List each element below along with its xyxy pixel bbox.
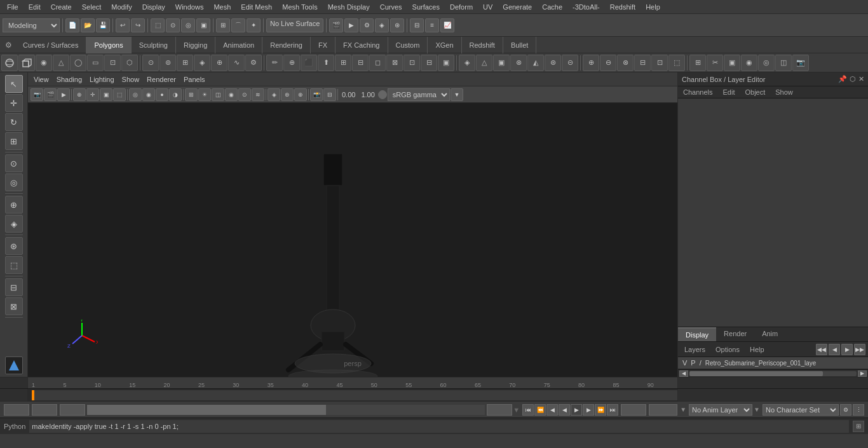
menu-redshift[interactable]: Redshift <box>606 2 640 12</box>
render-settings-icon[interactable]: ⚙ <box>360 18 374 32</box>
python-command-input[interactable] <box>29 420 849 433</box>
tab-settings-icon[interactable]: ⚙ <box>1 38 15 52</box>
scale-tool[interactable]: ⊞ <box>5 132 23 150</box>
layers-tab[interactable]: Layers <box>681 344 709 355</box>
bridge-icon[interactable]: ⊞ <box>335 55 351 71</box>
cleanup-icon[interactable]: ⊗ <box>510 55 527 71</box>
paint-icon[interactable]: ◎ <box>181 18 195 32</box>
render-tab[interactable]: Render <box>716 327 754 341</box>
scroll-right-btn[interactable]: ▶ <box>858 370 867 377</box>
help-tab[interactable]: Help <box>746 344 768 355</box>
vp-camera-icon[interactable]: 📷 <box>31 88 43 101</box>
snap-together-tool[interactable]: ⊟ <box>5 278 23 296</box>
display-tab[interactable]: Display <box>678 327 716 341</box>
new-file-button[interactable]: 📄 <box>65 18 79 32</box>
hypershade-icon[interactable]: ◈ <box>375 18 389 32</box>
menu-edit[interactable]: Edit <box>24 2 45 12</box>
pipe-icon[interactable]: ⊕ <box>211 55 227 71</box>
vp-iso-icon[interactable]: ⊛ <box>281 88 294 101</box>
vp-grid-toggle[interactable]: ⊞ <box>185 88 198 101</box>
anim-end2-input[interactable]: 120 <box>621 404 646 416</box>
live-surface-button[interactable]: No Live Surface <box>266 18 323 32</box>
layer-v-cell[interactable]: V <box>681 359 689 367</box>
select-region-tool[interactable]: ⬚ <box>5 256 23 274</box>
go-to-end-btn[interactable]: ⏭ <box>607 404 618 416</box>
prev-frame-btn[interactable]: ◀ <box>546 404 558 416</box>
reduce-icon[interactable]: ◭ <box>527 55 544 71</box>
combine-icon[interactable]: ⊕ <box>583 55 599 71</box>
range-dropdown-arrow[interactable]: ▼ <box>680 406 686 413</box>
uv-spherical-icon[interactable]: ◎ <box>758 55 775 71</box>
vp-shading1-icon[interactable]: ◎ <box>129 88 142 101</box>
merge-icon[interactable]: ⊟ <box>352 55 369 71</box>
fill2-icon[interactable]: ⬚ <box>668 55 685 71</box>
insert-edge-icon[interactable]: ⊟ <box>421 55 437 71</box>
save-file-button[interactable]: 💾 <box>96 18 110 32</box>
separate-icon[interactable]: ⊖ <box>600 55 616 71</box>
vp-film-icon[interactable]: 🎬 <box>44 88 57 101</box>
vp-ao-icon[interactable]: ◉ <box>225 88 238 101</box>
retopology-icon[interactable]: ⊛ <box>545 55 561 71</box>
object-tab[interactable]: Object <box>740 86 770 98</box>
character-set-dropdown[interactable]: No Character Set <box>763 404 839 416</box>
vp-aa-icon[interactable]: ⊕ <box>294 88 307 101</box>
extrude-icon[interactable]: ⬆ <box>318 55 334 71</box>
vp-transform-icon[interactable]: ✛ <box>86 88 99 101</box>
tab-bullet[interactable]: Bullet <box>503 37 537 53</box>
menu-mesh[interactable]: Mesh <box>209 2 235 12</box>
render-icon[interactable]: 🎬 <box>329 18 343 32</box>
tab-fx-caching[interactable]: FX Caching <box>336 37 388 53</box>
sphere-icon[interactable] <box>1 55 18 71</box>
tab-rigging[interactable]: Rigging <box>176 37 215 53</box>
range-slider-track[interactable] <box>87 405 485 415</box>
options-tab[interactable]: Options <box>712 344 743 355</box>
vp-shading2-icon[interactable]: ◉ <box>142 88 155 101</box>
split-icon[interactable]: ⊡ <box>403 55 420 71</box>
vp-light-icon[interactable]: ☀ <box>198 88 211 101</box>
menu-create[interactable]: Create <box>46 2 76 12</box>
offset-edge-icon[interactable]: ▣ <box>438 55 454 71</box>
anim-end-input[interactable]: 120 <box>487 404 512 416</box>
tab-polygons[interactable]: Polygons <box>86 37 131 53</box>
color-space-dropdown[interactable]: sRGB gamma <box>388 88 450 101</box>
uv-auto-icon[interactable]: ◫ <box>775 55 792 71</box>
menu-edit-mesh[interactable]: Edit Mesh <box>236 2 276 12</box>
menu-help[interactable]: Help <box>641 2 665 12</box>
select-tool[interactable]: ↖ <box>5 75 23 93</box>
next-frame-btn[interactable]: ▶ <box>583 404 594 416</box>
soft-select-tool[interactable]: ⊛ <box>5 237 23 255</box>
cone-icon[interactable]: △ <box>53 55 69 71</box>
menu-select[interactable]: Select <box>78 2 106 12</box>
select-all-icon[interactable]: ▣ <box>196 18 210 32</box>
mirror-icon[interactable]: ⊟ <box>634 55 651 71</box>
character-set-settings[interactable]: ⚙ <box>840 404 851 416</box>
boolean-icon[interactable]: ⊗ <box>617 55 634 71</box>
fill-icon[interactable]: ⬛ <box>301 55 317 71</box>
smooth-icon[interactable]: ◈ <box>459 55 475 71</box>
universal-manip-tool[interactable]: ⊠ <box>5 297 23 315</box>
tab-redshift[interactable]: Redshift <box>462 37 503 53</box>
paint-select-tool[interactable]: ◎ <box>5 173 23 191</box>
panel-pin-button[interactable]: 📌 <box>838 75 847 83</box>
vp-wireframe-icon[interactable]: ⬚ <box>113 88 126 101</box>
viewport-canvas[interactable]: X Y Z persp <box>28 103 677 377</box>
ring-icon[interactable]: ⊚ <box>159 55 176 71</box>
quadrangulate-icon[interactable]: ▣ <box>493 55 510 71</box>
select-tool-icon[interactable]: ⬚ <box>151 18 165 32</box>
helix-icon[interactable]: ∿ <box>228 55 245 71</box>
step-back-btn[interactable]: ⏪ <box>534 404 546 416</box>
grid-icon[interactable]: ⊞ <box>177 55 193 71</box>
append-icon[interactable]: ⊕ <box>283 55 300 71</box>
gear-mesh-icon[interactable]: ⚙ <box>245 55 262 71</box>
tab-xgen[interactable]: XGen <box>428 37 461 53</box>
vp-render-icon[interactable]: ▶ <box>57 88 70 101</box>
bevel-icon[interactable]: ◻ <box>369 55 386 71</box>
graph-editor-icon[interactable]: 📈 <box>440 18 454 32</box>
layer-name-cell[interactable]: Retro_Submarine_Periscope_001_laye <box>703 360 818 367</box>
snap-point-icon[interactable]: ✦ <box>247 18 261 32</box>
ipr-render-icon[interactable]: ▶ <box>344 18 358 32</box>
python-label[interactable]: Python <box>4 423 25 430</box>
menu-file[interactable]: File <box>3 2 23 12</box>
show-tab[interactable]: Show <box>770 86 798 98</box>
play-back-btn[interactable]: ◀ <box>559 404 570 416</box>
